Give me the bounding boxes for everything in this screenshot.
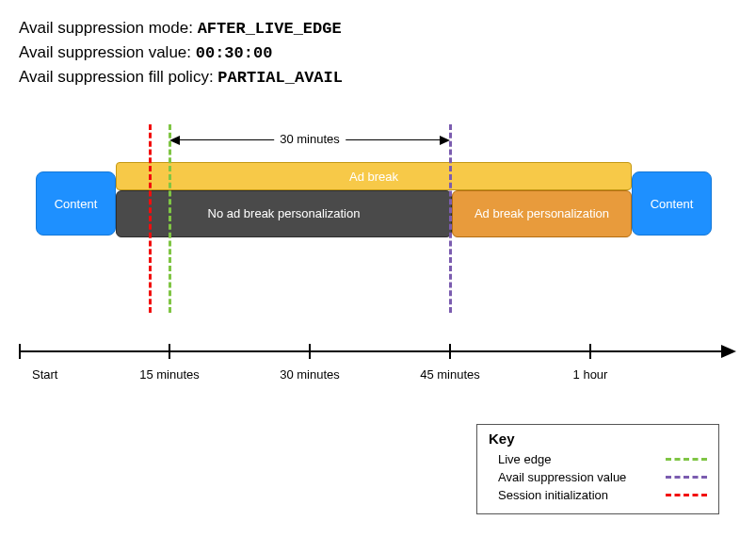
config-policy-label: Avail suppression fill policy: bbox=[19, 68, 217, 86]
config-policy-value: PARTIAL_AVAIL bbox=[217, 69, 343, 87]
config-policy: Avail suppression fill policy: PARTIAL_A… bbox=[19, 68, 737, 87]
axis-arrowhead bbox=[721, 345, 736, 358]
config-value-label: Avail suppression value: bbox=[19, 43, 196, 61]
axis-label-3: 1 hour bbox=[573, 367, 608, 382]
config-mode-label: Avail suppression mode: bbox=[19, 19, 198, 37]
config-mode-value: AFTER_LIVE_EDGE bbox=[198, 20, 342, 38]
ad-break-box: Ad break bbox=[116, 162, 632, 190]
axis-tick-3 bbox=[589, 344, 591, 359]
content-box-left: Content bbox=[36, 171, 116, 236]
axis-tick-1 bbox=[309, 344, 311, 359]
axis-label-0: 15 minutes bbox=[139, 367, 200, 382]
axis-label-2: 45 minutes bbox=[420, 367, 480, 382]
axis-tick-2 bbox=[449, 344, 451, 359]
timeline-diagram: 30 minutes Content Ad break No ad break … bbox=[19, 134, 737, 398]
config-section: Avail suppression mode: AFTER_LIVE_EDGE … bbox=[19, 19, 737, 87]
content-box-right: Content bbox=[632, 171, 712, 236]
time-axis bbox=[19, 350, 723, 352]
suppression-value-line bbox=[449, 124, 452, 313]
personalization-box: Ad break personalization bbox=[452, 190, 632, 237]
axis-tick-start bbox=[19, 344, 21, 359]
config-value-value: 00:30:00 bbox=[196, 44, 273, 62]
no-personalization-box: No ad break personalization bbox=[116, 190, 452, 237]
span-label: 30 minutes bbox=[274, 132, 346, 146]
config-mode: Avail suppression mode: AFTER_LIVE_EDGE bbox=[19, 19, 737, 38]
axis-label-start: Start bbox=[32, 367, 57, 382]
config-value: Avail suppression value: 00:30:00 bbox=[19, 43, 737, 62]
axis-label-1: 30 minutes bbox=[280, 367, 340, 382]
session-init-line bbox=[149, 124, 152, 313]
live-edge-line bbox=[169, 124, 171, 313]
axis-tick-0 bbox=[169, 344, 170, 359]
